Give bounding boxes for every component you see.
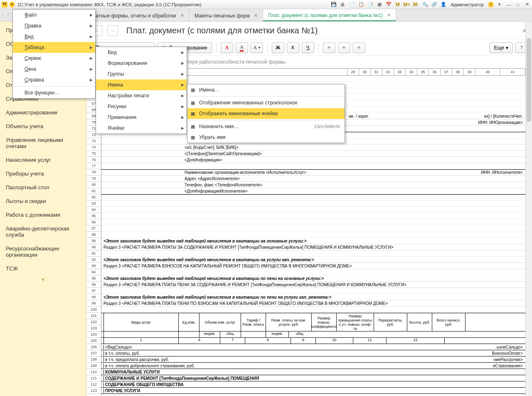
submenu-arrow-icon: ▶ xyxy=(90,67,93,71)
submenu-arrow-icon: ▶ xyxy=(181,104,184,109)
page-title: Плат. документ (с полями для отметки бан… xyxy=(126,26,318,35)
minimize-icon[interactable]: — xyxy=(505,1,512,8)
calendar-icon[interactable]: 📅 xyxy=(385,1,392,8)
menu-item[interactable]: ▦Убрать имя xyxy=(187,132,345,143)
submenu-arrow-icon: ▶ xyxy=(90,78,93,82)
tab[interactable]: Плат. документ (с полями для отметки бан… xyxy=(263,9,396,21)
bold-button[interactable]: Ж xyxy=(272,42,284,53)
sidebar-item[interactable]: Работа с должниками xyxy=(0,208,86,222)
link-icon[interactable]: 🔗 xyxy=(431,1,438,8)
menu-item[interactable]: Примечания▶ xyxy=(96,112,187,123)
font-color-button[interactable]: A xyxy=(221,42,233,53)
menu-item[interactable]: Имена▶ xyxy=(96,79,187,90)
sidebar-item[interactable]: Аварийно-диспетчерская служба xyxy=(0,222,86,242)
tab[interactable]: Печатные формы, отчеты и обработки✕ xyxy=(82,9,190,21)
apps-grip-icon[interactable]: ⋮⋮⋮ xyxy=(3,9,13,21)
submenu-arrow-icon: ▶ xyxy=(181,50,184,54)
copy-icon[interactable]: 📑 xyxy=(367,1,374,8)
menu-item[interactable]: Правка▶ xyxy=(13,20,95,31)
print-icon[interactable]: 🖶 xyxy=(340,1,346,8)
underline-button[interactable]: Ч xyxy=(302,42,314,53)
menu-item[interactable]: ▦Отображение именованных строк/колонок xyxy=(187,97,345,108)
vertical-scrollbar[interactable] xyxy=(525,22,532,396)
menu-item-icon: ▦ xyxy=(190,99,196,106)
names-submenu[interactable]: ▦Имена…▦Отображение именованных строк/ко… xyxy=(187,84,345,143)
menu-item[interactable]: Группы▶ xyxy=(96,69,187,79)
menu-item[interactable]: Сервис▶ xyxy=(13,53,95,64)
preview-icon[interactable]: 📄 xyxy=(349,1,355,8)
info-drop-icon[interactable]: ▾ xyxy=(496,1,503,8)
menu-item-icon: ▦ xyxy=(190,134,196,141)
m-plus-icon[interactable]: M+ xyxy=(404,1,410,8)
more-button[interactable]: Еще ▾ xyxy=(490,42,513,53)
menu-item[interactable]: ▦Назначить имя…Ctrl+Shift+N xyxy=(187,121,345,132)
menu-item[interactable]: ▦Имена… xyxy=(187,84,345,95)
align-center-button[interactable]: ≡ xyxy=(338,42,350,53)
menu-item[interactable]: Вид▶ xyxy=(96,47,187,58)
menu-item[interactable]: Таблица▶ xyxy=(13,42,95,53)
m-icon[interactable]: M xyxy=(394,1,401,8)
main-menu[interactable]: Файл▶Правка▶Вид▶Таблица▶Сервис▶Окна▶Спра… xyxy=(12,9,96,99)
menu-item-icon: ▦ xyxy=(190,123,196,130)
sidebar-item[interactable]: Объекты учета xyxy=(0,119,86,133)
submenu-arrow-icon: ▶ xyxy=(181,115,184,119)
save-icon[interactable]: 💾 xyxy=(330,1,337,8)
menu-item[interactable]: Рисунки▶ xyxy=(96,101,187,112)
window-title: 1С:Учет в управляющих компаниях ЖКХ, ТСЖ… xyxy=(17,2,330,7)
nav-forward-button[interactable]: → xyxy=(107,25,118,36)
sidebar-item[interactable]: Управление лицевыми счетами xyxy=(0,133,86,153)
user-label[interactable]: Администратор xyxy=(449,1,485,8)
tab-close-icon[interactable]: ✕ xyxy=(180,13,184,18)
m-minus-icon[interactable]: M- xyxy=(413,1,419,8)
titlebar: 1c ▾ 1С:Учет в управляющих компаниях ЖКХ… xyxy=(0,0,532,9)
bg-color-button[interactable]: A xyxy=(236,42,248,53)
submenu-arrow-icon: ▶ xyxy=(90,24,93,28)
menu-item[interactable]: Все функции… xyxy=(13,87,95,98)
sidebar-item[interactable]: Начисления услуг xyxy=(0,153,86,167)
user-icon: 👤 xyxy=(440,1,447,8)
menu-item[interactable]: Окна▶ xyxy=(13,64,95,74)
close-window-icon[interactable]: ✕ xyxy=(524,1,530,8)
sidebar-scroll-down-icon[interactable]: ▼ xyxy=(0,275,86,284)
align-right-button[interactable]: ≡ xyxy=(353,42,365,53)
menu-item[interactable]: Справка▶ xyxy=(13,74,95,85)
sidebar-item[interactable]: Льготы и скидки xyxy=(0,194,86,208)
italic-button[interactable]: К xyxy=(287,42,299,53)
sidebar-item[interactable]: Паспортный стол xyxy=(0,181,86,194)
menu-item[interactable]: Вид▶ xyxy=(13,31,95,42)
submenu-arrow-icon: ▶ xyxy=(90,56,93,60)
tab-close-icon[interactable]: ✕ xyxy=(387,12,391,18)
submenu-arrow-icon: ▶ xyxy=(181,94,184,98)
sidebar-item[interactable]: Ресурсоснабжающие организации xyxy=(0,242,86,262)
submenu-arrow-icon: ▶ xyxy=(181,126,184,130)
submenu-arrow-icon: ▶ xyxy=(181,83,184,87)
zoom-in-icon[interactable]: 🔍 xyxy=(422,1,429,8)
sidebar-item[interactable]: ТСЖ xyxy=(0,262,86,275)
maximize-icon[interactable]: □ xyxy=(515,1,521,8)
sidebar-item[interactable]: Приборы учета xyxy=(0,167,86,181)
sidebar-item[interactable]: Администрирование xyxy=(0,106,86,119)
app-logo-icon: 1c xyxy=(2,2,7,7)
menu-item[interactable]: Форматирование▶ xyxy=(96,58,187,69)
submenu-arrow-icon: ▶ xyxy=(90,45,93,50)
menu-item[interactable]: Ячейки▶ xyxy=(96,123,187,134)
compare-icon[interactable]: 📋 xyxy=(358,1,365,8)
submenu-arrow-icon: ▶ xyxy=(90,13,93,17)
app-menu-dropdown[interactable]: ▾ xyxy=(9,2,15,7)
menu-item-icon: ▦ xyxy=(190,110,196,117)
info-icon[interactable]: i xyxy=(488,2,494,7)
menu-item[interactable]: Файл▶ xyxy=(13,10,95,20)
tab-close-icon[interactable]: ✕ xyxy=(254,13,258,18)
menu-item[interactable]: ▦Отображать именованные ячейки xyxy=(187,108,345,119)
menu-item-icon: ▦ xyxy=(190,87,196,93)
submenu-arrow-icon: ▶ xyxy=(90,35,93,39)
calc-icon[interactable]: ▦ xyxy=(376,1,383,8)
align-left-button[interactable]: ≡ xyxy=(323,42,335,53)
font-button[interactable]: A▾ xyxy=(251,42,263,53)
submenu-arrow-icon: ▶ xyxy=(181,72,184,76)
submenu-arrow-icon: ▶ xyxy=(181,61,184,65)
menu-item[interactable]: Настройки печати▶ xyxy=(96,90,187,101)
table-submenu[interactable]: Вид▶Форматирование▶Группы▶Имена▶Настройк… xyxy=(96,47,187,134)
tab[interactable]: Макеты печатных форм✕ xyxy=(190,9,263,21)
